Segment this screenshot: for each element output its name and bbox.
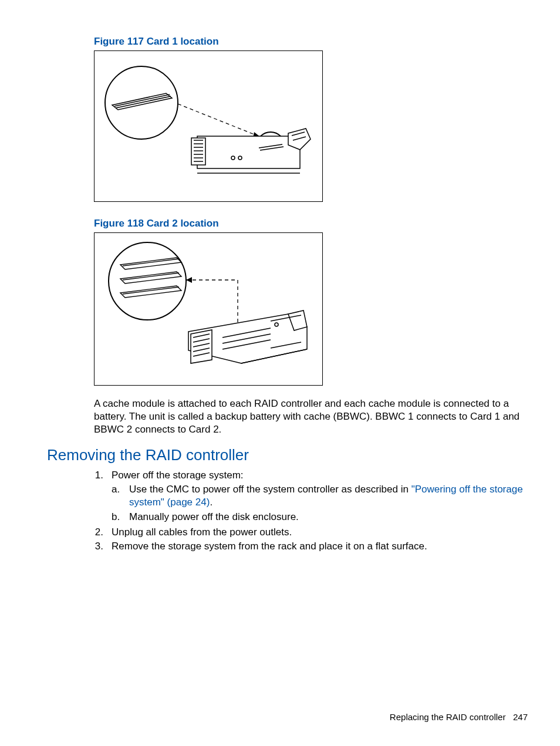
procedure-list: 1. Power off the storage system: a. Use … bbox=[94, 469, 528, 553]
step-1b-text: Manually power off the disk enclosure. bbox=[129, 511, 528, 524]
svg-marker-18 bbox=[288, 129, 311, 150]
footer-page-number: 247 bbox=[513, 712, 528, 722]
figure-118-image bbox=[94, 232, 323, 386]
step-2-text: Unplug all cables from the power outlets… bbox=[112, 526, 528, 539]
svg-point-24 bbox=[109, 242, 186, 320]
svg-marker-34 bbox=[186, 277, 192, 283]
step-1b-letter: b. bbox=[112, 511, 129, 524]
step-2-number: 2. bbox=[94, 526, 112, 539]
svg-marker-7 bbox=[197, 136, 300, 168]
step-1a-text-after: . bbox=[210, 497, 212, 508]
figure-117-image bbox=[94, 50, 323, 202]
footer-section-title: Replacing the RAID controller bbox=[390, 712, 506, 722]
cache-module-paragraph: A cache module is attached to each RAID … bbox=[94, 397, 525, 436]
step-1a-letter: a. bbox=[112, 483, 129, 509]
step-1: 1. Power off the storage system: a. Use … bbox=[94, 469, 528, 524]
step-1-text: Power off the storage system: bbox=[112, 470, 244, 481]
step-3: 3. Remove the storage system from the ra… bbox=[94, 540, 528, 553]
step-1a-text-before: Use the CMC to power off the system cont… bbox=[129, 484, 411, 495]
step-1a: a. Use the CMC to power off the system c… bbox=[112, 483, 528, 509]
page-footer: Replacing the RAID controller 247 bbox=[390, 711, 528, 723]
step-1-number: 1. bbox=[94, 469, 112, 524]
step-3-number: 3. bbox=[94, 540, 112, 553]
step-3-text: Remove the storage system from the rack … bbox=[112, 540, 528, 553]
svg-rect-8 bbox=[191, 138, 205, 165]
figure-117-caption: Figure 117 Card 1 location bbox=[94, 35, 528, 48]
section-heading-removing-raid: Removing the RAID controller bbox=[47, 445, 528, 465]
step-1b: b. Manually power off the disk enclosure… bbox=[112, 511, 528, 524]
svg-line-4 bbox=[178, 104, 260, 137]
figure-118-caption: Figure 118 Card 2 location bbox=[94, 217, 528, 230]
step-2: 2. Unplug all cables from the power outl… bbox=[94, 526, 528, 539]
